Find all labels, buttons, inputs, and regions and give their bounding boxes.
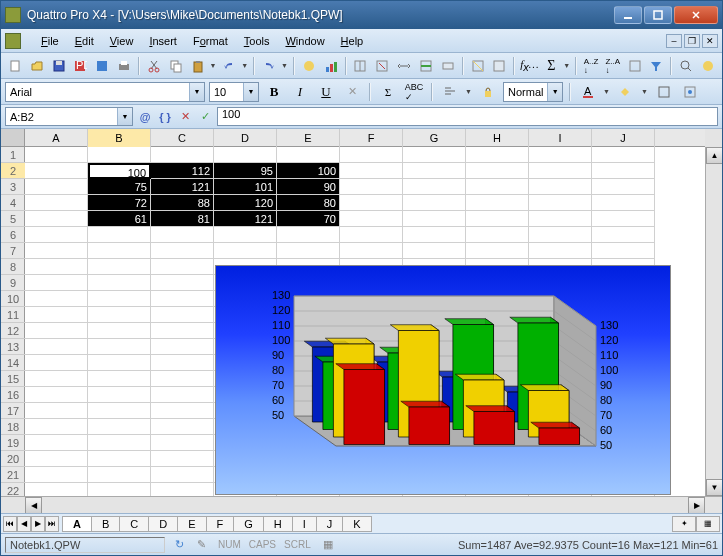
cell[interactable] <box>25 467 88 483</box>
sort-asc-button[interactable]: A..Z↓ <box>581 56 601 76</box>
cell[interactable] <box>151 275 214 291</box>
cell[interactable] <box>529 163 592 179</box>
no-strike-icon[interactable]: ✕ <box>341 82 363 102</box>
grid-body[interactable]: 100112951007512110190728812080618112170 … <box>25 147 705 496</box>
col-header-C[interactable]: C <box>151 129 214 147</box>
sheet-tab-H[interactable]: H <box>263 516 293 532</box>
cell[interactable] <box>592 163 655 179</box>
col-header-B[interactable]: B <box>88 129 151 147</box>
new-button[interactable] <box>5 56 25 76</box>
name-box-dropdown-icon[interactable]: ▼ <box>117 108 132 125</box>
properties-button[interactable] <box>679 82 701 102</box>
cell[interactable] <box>88 339 151 355</box>
cut-button[interactable] <box>144 56 164 76</box>
cell[interactable] <box>403 195 466 211</box>
cell[interactable] <box>529 211 592 227</box>
tab-last-icon[interactable]: ⏭ <box>45 516 59 532</box>
embedded-3d-chart[interactable]: 5050606070708080909010010011011012012013… <box>215 265 671 495</box>
zoom-button[interactable] <box>676 56 696 76</box>
row-header-7[interactable]: 7 <box>1 243 25 259</box>
align-button[interactable] <box>439 82 461 102</box>
sort-desc-button[interactable]: Z..A↓ <box>603 56 623 76</box>
cell[interactable] <box>529 227 592 243</box>
cell-C5[interactable]: 81 <box>151 211 214 227</box>
cell[interactable] <box>151 323 214 339</box>
cell[interactable] <box>151 371 214 387</box>
cell[interactable] <box>88 467 151 483</box>
cell[interactable] <box>592 227 655 243</box>
quickfilter-button[interactable] <box>647 56 667 76</box>
cell-B2[interactable]: 100 <box>88 163 151 179</box>
menu-view[interactable]: View <box>102 33 142 49</box>
cell[interactable] <box>88 419 151 435</box>
cell[interactable] <box>88 435 151 451</box>
open-button[interactable] <box>27 56 47 76</box>
row-header-16[interactable]: 16 <box>1 387 25 403</box>
perfectexpert-button[interactable] <box>698 56 718 76</box>
cell[interactable] <box>151 355 214 371</box>
insert-cells-icon[interactable] <box>351 56 371 76</box>
col-header-D[interactable]: D <box>214 129 277 147</box>
cell[interactable] <box>88 371 151 387</box>
insert-row-icon[interactable] <box>416 56 436 76</box>
cell[interactable] <box>403 211 466 227</box>
cell-C4[interactable]: 88 <box>151 195 214 211</box>
align-dropdown-icon[interactable]: ▼ <box>465 88 473 95</box>
mdi-restore-button[interactable]: ❐ <box>684 34 700 48</box>
scroll-up-icon[interactable]: ▲ <box>706 147 722 164</box>
copy-button[interactable] <box>166 56 186 76</box>
cell[interactable] <box>529 243 592 259</box>
col-header-E[interactable]: E <box>277 129 340 147</box>
cell-C3[interactable]: 121 <box>151 179 214 195</box>
row-header-10[interactable]: 10 <box>1 291 25 307</box>
cell[interactable] <box>592 195 655 211</box>
undo-button[interactable] <box>219 56 239 76</box>
col-header-F[interactable]: F <box>340 129 403 147</box>
mdi-minimize-button[interactable]: – <box>666 34 682 48</box>
style-combo[interactable]: Normal ▼ <box>503 82 563 102</box>
at-function-icon[interactable]: @ <box>137 109 153 125</box>
cell[interactable] <box>88 451 151 467</box>
cell[interactable] <box>25 483 88 496</box>
italic-button[interactable]: I <box>289 82 311 102</box>
cell[interactable] <box>340 179 403 195</box>
row-header-19[interactable]: 19 <box>1 435 25 451</box>
row-header-11[interactable]: 11 <box>1 307 25 323</box>
menu-insert[interactable]: Insert <box>141 33 185 49</box>
sheet-tab-J[interactable]: J <box>316 516 344 532</box>
cell[interactable] <box>88 291 151 307</box>
cell-B5[interactable]: 61 <box>88 211 151 227</box>
text-color-button[interactable]: A <box>577 82 599 102</box>
cell[interactable] <box>88 355 151 371</box>
quicksum-dropdown-icon[interactable]: ▼ <box>563 62 571 69</box>
cell[interactable] <box>25 339 88 355</box>
cell[interactable] <box>151 243 214 259</box>
cell[interactable] <box>277 147 340 163</box>
cell[interactable] <box>466 211 529 227</box>
cell-E2[interactable]: 100 <box>277 163 340 179</box>
cell[interactable] <box>340 227 403 243</box>
cell[interactable] <box>151 147 214 163</box>
cell[interactable] <box>151 291 214 307</box>
cell[interactable] <box>88 307 151 323</box>
col-header-A[interactable]: A <box>25 129 88 147</box>
select-all-corner[interactable] <box>1 129 25 147</box>
cell[interactable] <box>25 387 88 403</box>
sheet-tab-I[interactable]: I <box>292 516 317 532</box>
cell[interactable] <box>151 451 214 467</box>
cell[interactable] <box>88 387 151 403</box>
chart-button[interactable] <box>321 56 341 76</box>
minimize-button[interactable] <box>614 6 642 24</box>
cell[interactable] <box>529 195 592 211</box>
cell-D5[interactable]: 121 <box>214 211 277 227</box>
row-header-17[interactable]: 17 <box>1 403 25 419</box>
scroll-down-icon[interactable]: ▼ <box>706 479 722 496</box>
row-header-15[interactable]: 15 <box>1 371 25 387</box>
cell[interactable] <box>88 275 151 291</box>
cell[interactable] <box>592 211 655 227</box>
cell[interactable] <box>88 483 151 496</box>
cell-B3[interactable]: 75 <box>88 179 151 195</box>
cell[interactable] <box>277 243 340 259</box>
scroll-right-icon[interactable]: ▶ <box>688 497 705 514</box>
col-header-I[interactable]: I <box>529 129 592 147</box>
